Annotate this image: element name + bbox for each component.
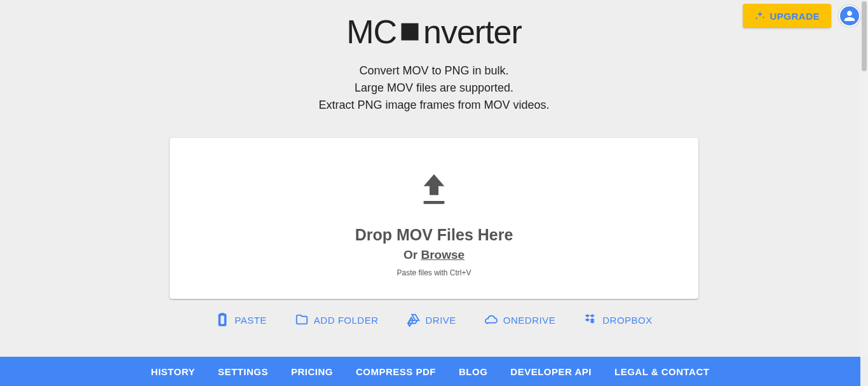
dropbox-label: DROPBOX xyxy=(602,315,653,326)
drop-title: Drop MOV Files Here xyxy=(182,226,686,244)
onedrive-button[interactable]: ONEDRIVE xyxy=(484,313,555,327)
footer-pricing[interactable]: PRICING xyxy=(291,366,333,377)
footer-compress[interactable]: COMPRESS PDF xyxy=(356,366,436,377)
dropzone[interactable]: Drop MOV Files Here Or Browse Paste file… xyxy=(170,138,698,299)
clipboard-icon xyxy=(215,313,229,327)
person-icon xyxy=(842,8,857,24)
paste-button[interactable]: PASTE xyxy=(215,313,267,327)
convert-icon xyxy=(398,20,422,44)
logo-text-post: nverter xyxy=(423,13,522,51)
drive-button[interactable]: DRIVE xyxy=(407,313,456,327)
paste-label: PASTE xyxy=(234,315,267,326)
add-folder-label: ADD FOLDER xyxy=(314,315,379,326)
drop-or-browse: Or Browse xyxy=(182,248,686,262)
footer-nav: HISTORY SETTINGS PRICING COMPRESS PDF BL… xyxy=(0,357,860,386)
onedrive-label: ONEDRIVE xyxy=(503,315,555,326)
logo-text-pre: MC xyxy=(346,13,397,51)
logo[interactable]: MC nverter xyxy=(0,13,868,51)
upload-icon xyxy=(182,170,686,208)
sparkle-icon xyxy=(754,10,766,22)
footer-legal[interactable]: LEGAL & CONTACT xyxy=(614,366,709,377)
subtitle-line-2: Large MOV files are supported. xyxy=(0,79,868,97)
drive-icon xyxy=(407,313,421,327)
folder-icon xyxy=(295,313,309,327)
scrollbar[interactable] xyxy=(860,0,868,357)
subtitle-line-1: Convert MOV to PNG in bulk. xyxy=(0,62,868,79)
dropbox-button[interactable]: DROPBOX xyxy=(583,313,653,327)
upgrade-button[interactable]: UPGRADE xyxy=(743,4,831,28)
footer-settings[interactable]: SETTINGS xyxy=(218,366,268,377)
upgrade-label: UPGRADE xyxy=(770,11,820,22)
drive-label: DRIVE xyxy=(426,315,456,326)
account-avatar[interactable] xyxy=(839,5,860,27)
footer-api[interactable]: DEVELOPER API xyxy=(510,366,592,377)
drop-hint: Paste files with Ctrl+V xyxy=(182,268,686,277)
add-folder-button[interactable]: ADD FOLDER xyxy=(295,313,379,327)
scrollbar-thumb[interactable] xyxy=(862,1,867,71)
subtitle-line-3: Extract PNG image frames from MOV videos… xyxy=(0,97,868,114)
browse-link[interactable]: Browse xyxy=(421,248,465,261)
dropbox-icon xyxy=(583,313,597,327)
footer-history[interactable]: HISTORY xyxy=(151,366,195,377)
cloud-icon xyxy=(484,313,498,327)
footer-blog[interactable]: BLOG xyxy=(459,366,487,377)
